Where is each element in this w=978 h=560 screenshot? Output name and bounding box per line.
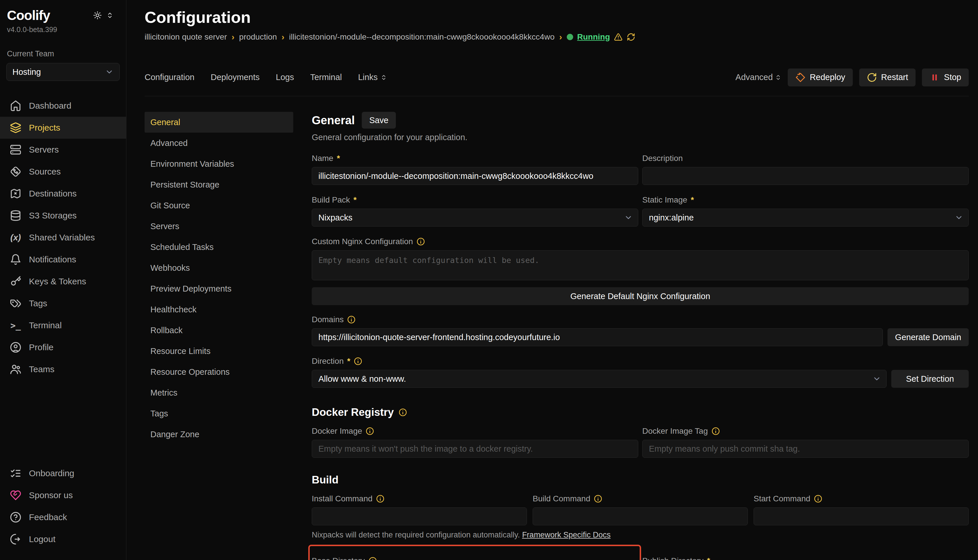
tab-terminal[interactable]: Terminal bbox=[310, 73, 342, 82]
sidebar-item-terminal[interactable]: >_ Terminal bbox=[0, 314, 126, 337]
settings-nav-metrics[interactable]: Metrics bbox=[145, 382, 293, 403]
redeploy-icon bbox=[795, 72, 806, 83]
settings-nav-resource-limits[interactable]: Resource Limits bbox=[145, 341, 293, 362]
build-pack-label: Build Pack bbox=[312, 195, 350, 205]
domains-input[interactable] bbox=[312, 328, 883, 346]
breadcrumb-environment[interactable]: production bbox=[239, 32, 277, 42]
sidebar-item-teams[interactable]: Teams bbox=[0, 358, 126, 380]
redeploy-button[interactable]: Redeploy bbox=[788, 68, 853, 87]
sidebar-item-servers[interactable]: Servers bbox=[0, 139, 126, 161]
required-marker: * bbox=[691, 195, 694, 205]
tab-deployments[interactable]: Deployments bbox=[211, 73, 260, 82]
info-icon[interactable] bbox=[347, 315, 356, 324]
sidebar-item-notifications[interactable]: Notifications bbox=[0, 248, 126, 270]
static-image-value: nginx:alpine bbox=[649, 213, 694, 222]
breadcrumb-project[interactable]: illicitonion quote server bbox=[145, 32, 227, 42]
settings-nav-persistent-storage[interactable]: Persistent Storage bbox=[145, 174, 293, 195]
framework-docs-link[interactable]: Framework Specific Docs bbox=[522, 530, 610, 539]
settings-nav-git-source[interactable]: Git Source bbox=[145, 195, 293, 216]
settings-nav-danger-zone[interactable]: Danger Zone bbox=[145, 424, 293, 445]
refresh-icon[interactable] bbox=[627, 33, 635, 41]
team-select[interactable]: Hosting bbox=[7, 63, 120, 81]
settings-nav-webhooks[interactable]: Webhooks bbox=[145, 257, 293, 278]
sidebar-item-keys-tokens[interactable]: Keys & Tokens bbox=[0, 270, 126, 292]
list-checks-icon bbox=[10, 468, 22, 479]
settings-nav-healthcheck[interactable]: Healthcheck bbox=[145, 299, 293, 320]
sidebar-item-shared-variables[interactable]: (x) Shared Variables bbox=[0, 227, 126, 248]
coolify-logo: Coolify bbox=[7, 8, 50, 23]
base-directory-label: Base Directory bbox=[312, 556, 365, 560]
info-icon[interactable] bbox=[368, 557, 377, 560]
docker-image-input[interactable] bbox=[312, 440, 638, 458]
sidebar-item-projects[interactable]: Projects bbox=[0, 117, 126, 139]
theme-sun-icon[interactable] bbox=[93, 11, 102, 20]
info-icon[interactable] bbox=[711, 427, 720, 435]
info-icon[interactable] bbox=[398, 408, 407, 417]
status-dot bbox=[567, 34, 573, 40]
sidebar-item-tags[interactable]: Tags bbox=[0, 292, 126, 314]
tab-configuration[interactable]: Configuration bbox=[145, 73, 195, 82]
chevrons-up-down-icon[interactable] bbox=[106, 12, 114, 19]
custom-nginx-textarea[interactable] bbox=[312, 250, 969, 280]
sidebar-item-dashboard[interactable]: Dashboard bbox=[0, 95, 126, 117]
set-direction-button[interactable]: Set Direction bbox=[891, 370, 969, 388]
build-pack-select[interactable]: Nixpacks bbox=[312, 208, 638, 227]
sidebar-item-label: Profile bbox=[29, 342, 53, 352]
static-image-select[interactable]: nginx:alpine bbox=[642, 208, 969, 227]
sidebar-item-sources[interactable]: Sources bbox=[0, 161, 126, 183]
status-running-link[interactable]: Running bbox=[577, 32, 610, 42]
settings-nav-general[interactable]: General bbox=[145, 112, 293, 133]
sidebar-item-feedback[interactable]: Feedback bbox=[0, 506, 126, 528]
settings-nav-environment-variables[interactable]: Environment Variables bbox=[145, 153, 293, 174]
git-source-icon bbox=[10, 166, 22, 177]
settings-nav-servers[interactable]: Servers bbox=[145, 216, 293, 237]
direction-select[interactable]: Allow www & non-www. bbox=[312, 370, 887, 388]
info-icon[interactable] bbox=[593, 494, 602, 503]
docker-image-tag-input[interactable] bbox=[642, 440, 969, 458]
restart-button[interactable]: Restart bbox=[859, 68, 916, 87]
settings-nav-advanced[interactable]: Advanced bbox=[145, 133, 293, 153]
chevrons-up-down-icon bbox=[381, 74, 387, 81]
user-circle-icon bbox=[10, 342, 22, 353]
coolify-app: Coolify v4.0.0-beta.399 Current Team Hos… bbox=[0, 0, 978, 560]
settings-nav-preview-deployments[interactable]: Preview Deployments bbox=[145, 278, 293, 299]
info-icon[interactable] bbox=[814, 494, 823, 503]
description-input[interactable] bbox=[642, 167, 969, 185]
info-icon[interactable] bbox=[416, 237, 425, 246]
build-command-input[interactable] bbox=[533, 507, 748, 525]
settings-nav-resource-operations[interactable]: Resource Operations bbox=[145, 362, 293, 382]
name-input[interactable] bbox=[312, 167, 638, 185]
sidebar-item-label: Dashboard bbox=[29, 101, 72, 111]
sidebar-item-logout[interactable]: Logout bbox=[0, 528, 126, 550]
info-icon[interactable] bbox=[354, 357, 362, 365]
tab-logs[interactable]: Logs bbox=[276, 73, 294, 82]
generate-domain-button[interactable]: Generate Domain bbox=[888, 328, 969, 346]
settings-nav-tags[interactable]: Tags bbox=[145, 403, 293, 424]
settings-nav-scheduled-tasks[interactable]: Scheduled Tasks bbox=[145, 237, 293, 257]
docker-registry-heading: Docker Registry bbox=[312, 406, 394, 418]
save-button[interactable]: Save bbox=[362, 112, 396, 128]
users-icon bbox=[10, 363, 22, 375]
sidebar-item-sponsor-us[interactable]: Sponsor us bbox=[0, 484, 126, 506]
warning-triangle-icon[interactable] bbox=[614, 33, 623, 41]
stop-button[interactable]: Stop bbox=[922, 68, 969, 87]
start-command-input[interactable] bbox=[754, 507, 969, 525]
sidebar-item-destinations[interactable]: Destinations bbox=[0, 183, 126, 205]
info-icon[interactable] bbox=[366, 427, 374, 435]
tab-links[interactable]: Links bbox=[358, 73, 387, 82]
settings-nav-rollback[interactable]: Rollback bbox=[145, 320, 293, 341]
breadcrumb-application[interactable]: illicitestonion/-module--decomposition:m… bbox=[289, 32, 555, 42]
generate-nginx-config-button[interactable]: Generate Default Nginx Configuration bbox=[312, 287, 969, 305]
advanced-dropdown[interactable]: Advanced bbox=[736, 73, 781, 82]
sidebar-item-profile[interactable]: Profile bbox=[0, 337, 126, 358]
sidebar-item-label: Sponsor us bbox=[29, 490, 73, 500]
sidebar-item-onboarding[interactable]: Onboarding bbox=[0, 462, 126, 484]
custom-nginx-label: Custom Nginx Configuration bbox=[312, 237, 413, 246]
info-icon[interactable] bbox=[376, 494, 385, 503]
chevron-down-icon bbox=[873, 375, 881, 383]
breadcrumb-separator: › bbox=[282, 32, 284, 42]
build-pack-value: Nixpacks bbox=[318, 213, 353, 222]
nixpacks-helper-text: Nixpacks will detect the required config… bbox=[312, 530, 520, 539]
sidebar-item-s3-storages[interactable]: S3 Storages bbox=[0, 205, 126, 227]
install-command-input[interactable] bbox=[312, 507, 527, 525]
